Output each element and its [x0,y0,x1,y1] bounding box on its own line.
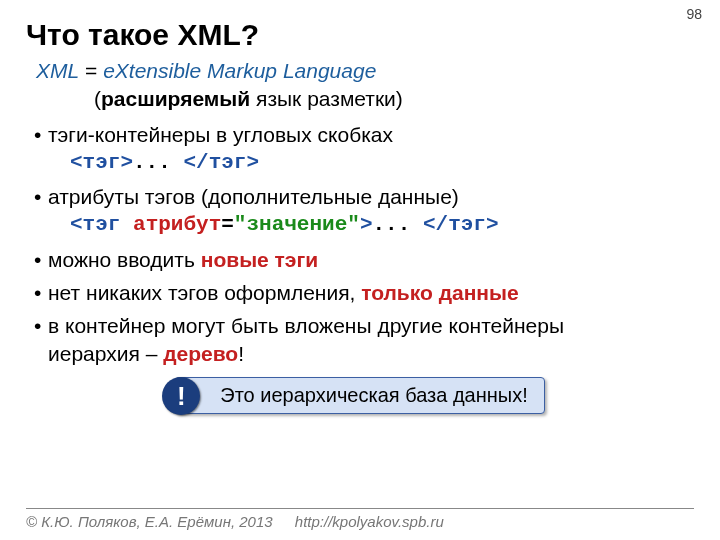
slide: 98 Что такое XML? XML = eXtensible Marku… [0,0,720,540]
bullet-2: атрибуты тэгов (дополнительные данные) <… [34,183,694,240]
bullet-4a: нет никаких тэгов оформления, [48,281,361,304]
code2-attr: атрибут [133,213,221,236]
footer-url: http://kpolyakov.spb.ru [295,513,444,530]
def-sub-rest: язык разметки) [250,87,403,110]
def-sub: (расширяемый язык разметки) [94,86,694,112]
bullet-3b: новые тэги [201,248,318,271]
code-sample-2: <тэг атрибут="значение">... </тэг> [70,210,694,239]
footer: © К.Ю. Поляков, Е.А. Ерёмин, 2013 http:/… [26,508,694,530]
bullet-3: можно вводить новые тэги [34,246,694,273]
bullet-2-text: атрибуты тэгов (дополнительные данные) [48,185,459,208]
bullet-5a: в контейнер могут быть вложены другие ко… [48,314,564,337]
footer-copyright: © К.Ю. Поляков, Е.А. Ерёмин, 2013 [26,513,273,530]
code2-tagname: тэг [83,213,133,236]
bullet-1-text: тэги-контейнеры в угловых скобках [48,123,393,146]
bullet-5c: дерево [163,342,238,365]
def-sub-bold: расширяемый [101,87,250,110]
callout-text: Это иерархическая база данных! [220,384,527,406]
code1-mid: ... [133,151,183,174]
callout: ! Это иерархическая база данных! [155,377,565,414]
code-sample-1: <тэг>... </тэг> [70,148,694,177]
callout-box: ! Это иерархическая база данных! [175,377,544,414]
bullet-5d: ! [238,342,244,365]
code2-lt: < [70,213,83,236]
bullet-list: тэги-контейнеры в угловых скобках <тэг>.… [34,121,694,368]
bullet-5: в контейнер могут быть вложены другие ко… [34,312,694,367]
code2-eq: = [221,213,234,236]
bullet-5b: иерархия – [48,342,163,365]
exclamation-icon: ! [162,377,200,415]
bullet-4: нет никаких тэгов оформления, только дан… [34,279,694,306]
bullet-1: тэги-контейнеры в угловых скобках <тэг>.… [34,121,694,178]
def-sub-open: ( [94,87,101,110]
code2-close: </тэг> [423,213,499,236]
def-expansion: eXtensible Markup Language [103,59,376,82]
code2-val: "значение" [234,213,360,236]
definition-line: XML = eXtensible Markup Language (расшир… [36,58,694,113]
code1-open: <тэг> [70,151,133,174]
slide-title: Что такое XML? [26,18,694,52]
code2-gt: > [360,213,373,236]
code1-close: </тэг> [183,151,259,174]
def-eq: = [79,59,103,82]
def-term: XML [36,59,79,82]
page-number: 98 [686,6,702,22]
bullet-3a: можно вводить [48,248,201,271]
bullet-4b: только данные [361,281,518,304]
code2-mid: ... [373,213,423,236]
